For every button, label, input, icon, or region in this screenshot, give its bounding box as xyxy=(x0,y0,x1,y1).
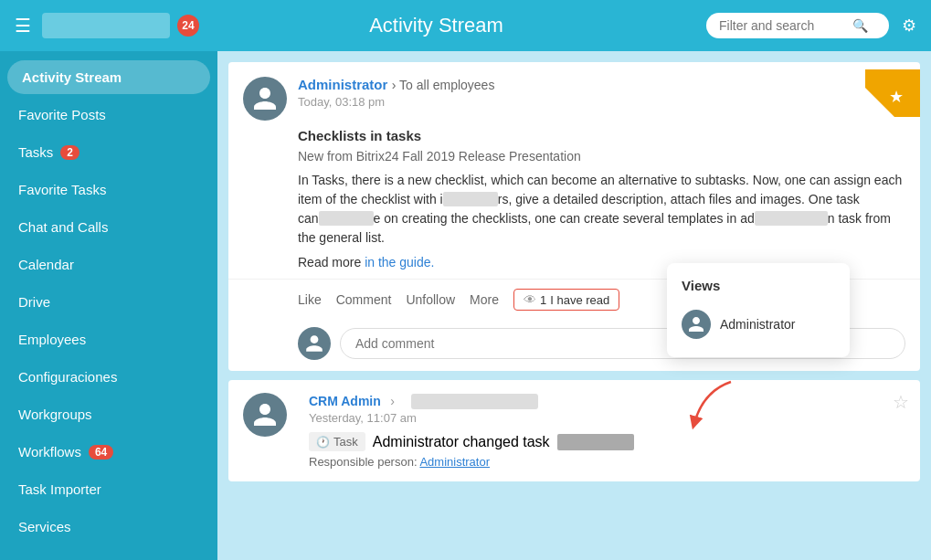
task-tag-label: Task xyxy=(333,435,358,449)
sidebar-item-tasks[interactable]: Tasks 2 xyxy=(0,133,217,171)
star-ribbon[interactable] xyxy=(865,62,920,117)
post-card-1: Administrator › To all employees Today, … xyxy=(228,62,920,371)
read-badge[interactable]: 👁 1 I have read xyxy=(513,289,619,311)
sidebar-item-workflows[interactable]: Workflows 64 xyxy=(0,433,217,470)
clock-icon: 🕐 xyxy=(316,436,330,449)
sidebar-item-drive[interactable]: Drive xyxy=(0,283,217,321)
sidebar-item-activity-stream[interactable]: Activity Stream xyxy=(7,60,210,94)
post2-avatar xyxy=(243,393,287,437)
task-tag: 🕐 Task xyxy=(309,432,365,451)
sidebar-item-workgroups[interactable]: Workgroups xyxy=(0,396,217,433)
sidebar-item-calendar[interactable]: Calendar xyxy=(0,246,217,283)
sidebar-item-label: Tasks xyxy=(18,144,53,160)
sidebar-item-label: Activity Stream xyxy=(22,69,122,85)
sidebar-item-configuraciones[interactable]: Configuraciones xyxy=(0,358,217,396)
responsible-line: Responsible person: Administrator xyxy=(309,455,905,469)
commenter-avatar xyxy=(298,327,331,360)
sidebar-item-label: Workflows xyxy=(18,444,81,460)
logo xyxy=(42,13,170,38)
post-title: Checklists in tasks xyxy=(298,128,905,143)
post-card-2: CRM Admin › Yesterday, 11:07 am 🕐 Task A… xyxy=(228,380,920,481)
task-title-blurred xyxy=(557,434,634,450)
menu-icon[interactable]: ☰ xyxy=(15,15,31,37)
sidebar-item-label: Configuraciones xyxy=(18,369,117,385)
header-title: Activity Stream xyxy=(221,14,651,37)
sidebar-item-label: Calendar xyxy=(18,257,74,272)
sidebar-item-label: Favorite Tasks xyxy=(18,182,106,197)
sidebar-item-label: Employees xyxy=(18,332,86,347)
post-author-line: Administrator › To all employees xyxy=(298,77,905,93)
sidebar: Activity Stream Favorite Posts Tasks 2 F… xyxy=(0,51,217,560)
sidebar-item-task-importer[interactable]: Task Importer xyxy=(0,470,217,508)
sidebar-item-chat-calls[interactable]: Chat and Calls xyxy=(0,208,217,246)
read-more-link[interactable]: in the guide. xyxy=(365,255,434,269)
sidebar-item-label: Company xyxy=(18,556,77,560)
views-popup-item: Administrator xyxy=(667,302,850,346)
star-button-2[interactable]: ☆ xyxy=(893,391,909,413)
more-button[interactable]: More xyxy=(470,292,499,307)
header-count: 24 xyxy=(177,15,199,37)
like-button[interactable]: Like xyxy=(298,292,322,307)
post-time: Today, 03:18 pm xyxy=(298,95,905,109)
header: ☰ 24 Activity Stream 🔍 ⚙ xyxy=(0,0,931,51)
sidebar-item-label: Workgroups xyxy=(18,407,92,422)
post2-author[interactable]: CRM Admin xyxy=(309,394,381,408)
views-popup-title: Views xyxy=(667,274,850,302)
post2-meta: CRM Admin › Yesterday, 11:07 am 🕐 Task A… xyxy=(309,393,905,469)
workflows-badge: 64 xyxy=(89,445,113,460)
unfollow-button[interactable]: Unfollow xyxy=(406,292,455,307)
main-layout: Activity Stream Favorite Posts Tasks 2 F… xyxy=(0,51,931,560)
eye-icon: 👁 xyxy=(524,292,536,307)
post-body: Checklists in tasks New from Bitrix24 Fa… xyxy=(228,121,920,269)
post2-author-line: CRM Admin › xyxy=(309,393,905,409)
settings-icon[interactable]: ⚙ xyxy=(902,16,916,36)
task-action-text: Administrator changed task xyxy=(373,434,550,450)
sidebar-item-favorite-posts[interactable]: Favorite Posts xyxy=(0,96,217,133)
sidebar-item-label: Task Importer xyxy=(18,481,101,497)
sidebar-item-company[interactable]: Company xyxy=(0,545,217,560)
sidebar-item-employees[interactable]: Employees xyxy=(0,321,217,358)
views-popup-avatar xyxy=(682,310,711,339)
post-subtitle: New from Bitrix24 Fall 2019 Release Pres… xyxy=(298,149,905,164)
read-label: I have read xyxy=(550,293,609,307)
sidebar-item-label: Chat and Calls xyxy=(18,219,108,235)
author-avatar xyxy=(243,77,287,121)
comment-button[interactable]: Comment xyxy=(336,292,392,307)
post-author[interactable]: Administrator xyxy=(298,77,387,92)
post-meta: Administrator › To all employees Today, … xyxy=(298,77,905,109)
sidebar-item-services[interactable]: Services xyxy=(0,508,217,545)
post-text: In Tasks, there is a new checklist, whic… xyxy=(298,171,905,248)
post-header: Administrator › To all employees Today, … xyxy=(228,62,920,121)
content: Administrator › To all employees Today, … xyxy=(217,51,931,560)
post2-recipient xyxy=(411,394,538,409)
views-popup-name: Administrator xyxy=(720,317,795,332)
views-popup: Views Administrator xyxy=(667,263,850,357)
sidebar-item-label: Services xyxy=(18,519,71,534)
sidebar-item-label: Favorite Posts xyxy=(18,107,106,122)
sidebar-item-favorite-tasks[interactable]: Favorite Tasks xyxy=(0,171,217,208)
task-line: 🕐 Task Administrator changed task xyxy=(309,432,905,451)
search-input[interactable] xyxy=(719,18,847,33)
post-recipient: › To all employees xyxy=(392,78,495,92)
sidebar-item-label: Drive xyxy=(18,294,50,310)
responsible-person-link[interactable]: Administrator xyxy=(419,455,490,469)
search-icon: 🔍 xyxy=(852,18,868,33)
search-bar[interactable]: 🔍 xyxy=(706,13,889,38)
views-count: 1 xyxy=(540,293,546,307)
post2-time: Yesterday, 11:07 am xyxy=(309,411,905,425)
tasks-badge: 2 xyxy=(60,145,79,160)
